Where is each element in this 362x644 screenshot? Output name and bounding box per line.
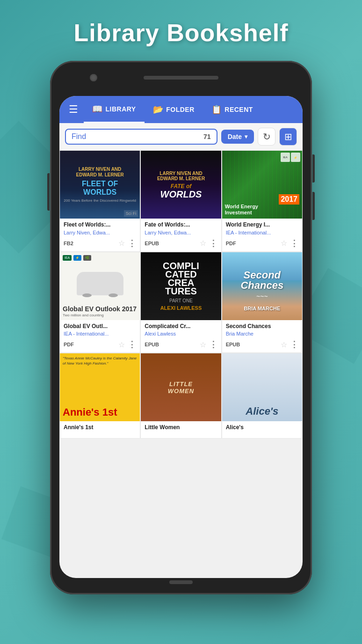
- list-item[interactable]: SecondChances ~~~ BRIA MARCHE Second Cha…: [222, 252, 302, 353]
- list-item[interactable]: IEA ⚡ World EnergyInvestment 2017 World …: [222, 151, 302, 251]
- refresh-button[interactable]: ↻: [258, 128, 275, 146]
- book-author: Larry Niven, Edwa...: [145, 230, 217, 235]
- list-item[interactable]: LittleWomen Little Women: [141, 353, 221, 438]
- phone-button-left: [47, 173, 50, 211]
- book-author: IEA - International...: [226, 230, 298, 235]
- book-cover-alice: Alice's: [222, 353, 302, 421]
- favorite-star-icon[interactable]: ☆: [118, 239, 125, 248]
- refresh-icon: ↻: [263, 131, 271, 142]
- cover-logo-3: 🌿: [83, 255, 91, 261]
- cover-title-text: Global EV Outlook 2017: [63, 305, 137, 313]
- book-title: World Energy I...: [226, 221, 298, 229]
- tab-recent-label: RECENT: [224, 106, 253, 113]
- date-filter-label: Date: [228, 133, 242, 140]
- cover-logo-2: ⚡: [73, 255, 81, 261]
- book-info: Fate of Worlds:... Larry Niven, Edwa... …: [141, 219, 221, 251]
- cover-title-text: SecondChances: [240, 270, 283, 291]
- more-options-icon[interactable]: ⋮: [128, 238, 136, 249]
- phone-home-button: [169, 580, 193, 584]
- phone-speaker: [144, 76, 218, 80]
- search-input-container[interactable]: Find 71: [65, 129, 217, 145]
- list-item[interactable]: LARRY NIVEN andEDWARD M. LERNER FATE of …: [141, 151, 221, 251]
- phone-screen: ☰ 📖 LIBRARY 📂 FOLDER 📋 RECENT Find: [59, 96, 303, 578]
- book-meta: EPUB ☆ ⋮: [145, 238, 217, 249]
- list-item[interactable]: "Texas Annie McCauley is the Calamity Ja…: [60, 353, 140, 438]
- book-count: 71: [203, 133, 211, 140]
- book-format: EPUB: [145, 342, 159, 347]
- book-info: Global EV Outl... IEA - International...…: [60, 320, 140, 353]
- search-filter-bar: Find 71 Date ▾ ↻ ⊞: [59, 123, 303, 150]
- app-navbar: ☰ 📖 LIBRARY 📂 FOLDER 📋 RECENT: [59, 96, 303, 123]
- book-cover-second-chances: SecondChances ~~~ BRIA MARCHE: [222, 252, 302, 320]
- book-author: Bria Marche: [226, 331, 298, 337]
- cover-logo-1: IEA: [281, 153, 290, 162]
- book-info: World Energy I... IEA - International...…: [222, 219, 302, 251]
- library-icon: 📖: [92, 104, 103, 114]
- book-title: Global EV Outl...: [64, 323, 136, 330]
- folder-icon: 📂: [153, 104, 164, 115]
- list-item[interactable]: IEA ⚡ 🌿 Global EV Outlook 2017 Two milli…: [60, 252, 140, 353]
- book-cover-global-ev: IEA ⚡ 🌿 Global EV Outlook 2017 Two milli…: [60, 252, 140, 320]
- book-meta: PDF ☆ ⋮: [226, 238, 298, 249]
- cover-subtitle-text: PART ONE: [169, 298, 193, 303]
- cover-quote-text: "Texas Annie McCauley is the Calamity Ja…: [63, 356, 137, 366]
- tab-library-label: LIBRARY: [106, 105, 136, 113]
- book-cover-annies-first: "Texas Annie McCauley is the Calamity Ja…: [60, 353, 140, 421]
- tab-folder-label: FOLDER: [166, 106, 195, 113]
- book-meta: EPUB ☆ ⋮: [226, 339, 298, 350]
- book-author: IEA - International...: [64, 331, 136, 337]
- tab-folder[interactable]: 📂 FOLDER: [145, 96, 203, 123]
- date-filter-button[interactable]: Date ▾: [221, 130, 254, 144]
- book-format: PDF: [64, 342, 74, 347]
- cover-title-text: COMPLICATEDCREATURES: [163, 262, 199, 295]
- book-format: FB2: [64, 241, 73, 246]
- book-title: Second Chances: [226, 323, 298, 330]
- book-title: Alice's: [226, 424, 298, 432]
- book-meta: EPUB ☆ ⋮: [145, 339, 217, 350]
- chevron-down-icon: ▾: [245, 133, 247, 140]
- cover-logos: IEA ⚡: [281, 153, 300, 162]
- grid-icon: ⊞: [284, 131, 292, 142]
- favorite-star-icon[interactable]: ☆: [281, 340, 287, 349]
- book-cover-world-energy: IEA ⚡ World EnergyInvestment 2017: [222, 151, 302, 219]
- book-info: Little Women: [141, 421, 221, 438]
- hamburger-menu-button[interactable]: ☰: [63, 100, 84, 119]
- tab-library[interactable]: 📖 LIBRARY: [84, 96, 145, 123]
- book-cover-little-women: LittleWomen: [141, 353, 221, 421]
- favorite-star-icon[interactable]: ☆: [118, 340, 125, 349]
- phone-frame: ☰ 📖 LIBRARY 📂 FOLDER 📋 RECENT Find: [50, 61, 312, 594]
- cover-title-text: LittleWomen: [168, 381, 194, 395]
- more-options-icon[interactable]: ⋮: [290, 238, 298, 249]
- cover-badge: Sci Fi: [124, 210, 138, 217]
- book-format: EPUB: [226, 342, 240, 347]
- cover-year-badge: 2017: [279, 194, 299, 205]
- cover-title-text: Annie's 1st: [63, 406, 137, 418]
- book-format: PDF: [226, 241, 236, 246]
- list-item[interactable]: Alice's Alice's: [222, 353, 302, 438]
- cover-logo-2: ⚡: [291, 153, 300, 162]
- favorite-star-icon[interactable]: ☆: [281, 239, 287, 248]
- phone-camera: [90, 74, 97, 81]
- more-options-icon[interactable]: ⋮: [128, 339, 136, 350]
- favorite-star-icon[interactable]: ☆: [200, 340, 206, 349]
- book-title: Fleet of Worlds:...: [64, 221, 136, 229]
- cover-subtitle-text: Two million and counting: [63, 313, 137, 317]
- tab-recent[interactable]: 📋 RECENT: [203, 96, 261, 123]
- phone-button-right-2: [312, 192, 315, 220]
- grid-view-button[interactable]: ⊞: [279, 128, 297, 146]
- more-options-icon[interactable]: ⋮: [209, 238, 217, 249]
- cover-author-text: ALEXI LAWLESS: [160, 305, 202, 311]
- list-item[interactable]: LARRY NIVEN andEDWARD M. LERNER FLEET of…: [60, 151, 140, 251]
- book-title: Annie's 1st: [64, 424, 136, 432]
- cover-author-text: LARRY NIVEN andEDWARD M. LERNER: [76, 167, 124, 178]
- search-label: Find: [72, 132, 200, 141]
- book-grid: LARRY NIVEN andEDWARD M. LERNER FLEET of…: [59, 150, 303, 439]
- more-options-icon[interactable]: ⋮: [209, 339, 217, 350]
- more-options-icon[interactable]: ⋮: [290, 339, 298, 350]
- phone-button-right: [312, 154, 315, 183]
- book-cover-fate-of-worlds: LARRY NIVEN andEDWARD M. LERNER FATE of …: [141, 151, 221, 219]
- favorite-star-icon[interactable]: ☆: [200, 239, 206, 248]
- cover-title-text: FATE of WORLDS: [160, 181, 202, 199]
- list-item[interactable]: COMPLICATEDCREATURES PART ONE ALEXI LAWL…: [141, 252, 221, 353]
- cover-logos: IEA ⚡ 🌿: [63, 255, 137, 261]
